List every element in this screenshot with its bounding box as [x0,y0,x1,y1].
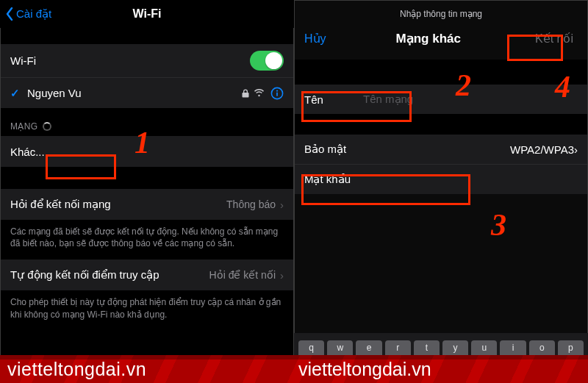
wifi-toggle[interactable] [250,51,284,71]
keyboard-row[interactable]: q w e r t y u i o p [294,333,588,355]
networks-section-header: MẠNG [0,108,294,136]
name-placeholder: Tên mạng [363,93,413,106]
password-row[interactable]: Mật khẩu [294,164,588,194]
ask-to-join-row[interactable]: Hỏi để kết nối mạng Thông báo › [0,189,294,220]
key-q[interactable]: q [298,340,324,355]
other-network-dialog: Nhập thông tin mạng Hủy Mạng khác Kết nố… [294,0,588,383]
key-u[interactable]: u [471,340,497,355]
dialog-title: Mạng khác [396,31,461,46]
auto-hotspot-row[interactable]: Tự động kết nối điểm truy cập Hỏi để kết… [0,259,294,290]
key-t[interactable]: t [414,340,440,355]
wifi-signal-icon [254,89,265,97]
info-icon[interactable] [270,87,284,100]
networks-header-text: MẠNG [10,121,38,132]
other-network-row[interactable]: Khác... [0,136,294,167]
ask-value: Thông báo [226,198,276,210]
key-y[interactable]: y [442,340,468,355]
back-label: Cài đặt [16,7,51,21]
password-label: Mật khẩu [304,173,363,186]
connect-button[interactable]: Kết nối [531,29,578,48]
security-row[interactable]: Bảo mật WPA2/WPA3 › [294,135,588,164]
key-o[interactable]: o [529,340,555,355]
security-label: Bảo mật [304,143,510,156]
hotspot-value: Hỏi để kết nối [209,269,276,281]
name-label: Tên [304,93,363,106]
other-label: Khác... [10,146,284,158]
ask-label: Hỏi để kết nối mạng [10,198,226,211]
key-w[interactable]: w [327,340,353,355]
security-value: WPA2/WPA3 [510,143,574,156]
ask-footer-note: Các mạng đã biết sẽ được kết nối tự động… [0,220,294,259]
watermark-banner: vietteltongdai.vn [0,355,588,383]
hotspot-footer-note: Cho phép thiết bị này tự động phát hiện … [0,290,294,330]
watermark-text-left: vietteltongdai.vn [7,359,146,380]
chevron-left-icon [6,7,13,21]
connected-network-row[interactable]: ✓ Nguyen Vu [0,77,294,108]
cancel-button[interactable]: Hủy [304,32,326,46]
dialog-nav: Hủy Mạng khác Kết nối [294,24,588,60]
wifi-label: Wi-Fi [10,54,250,67]
key-e[interactable]: e [356,340,381,355]
hotspot-label: Tự động kết nối điểm truy cập [10,268,209,282]
key-i[interactable]: i [500,340,526,355]
nav-bar: Cài đặt Wi-Fi [0,0,294,28]
page-title: Wi-Fi [133,7,162,21]
svg-rect-2 [276,92,278,96]
spinner-icon [43,122,51,131]
wifi-settings-screen: Cài đặt Wi-Fi Wi-Fi ✓ Nguyen Vu [0,0,294,383]
key-p[interactable]: p [558,340,584,355]
svg-point-1 [276,90,278,91]
key-r[interactable]: r [385,340,411,355]
lock-icon [242,89,249,98]
dialog-subtitle: Nhập thông tin mạng [294,0,588,24]
network-name: Nguyen Vu [27,87,237,99]
name-field-row[interactable]: Tên Tên mạng [294,85,588,114]
chevron-right-icon: › [280,269,284,282]
wifi-toggle-row: Wi-Fi [0,44,294,77]
back-button[interactable]: Cài đặt [6,0,51,28]
chevron-right-icon: › [574,143,578,156]
chevron-right-icon: › [280,198,284,211]
checkmark-icon: ✓ [10,87,20,100]
